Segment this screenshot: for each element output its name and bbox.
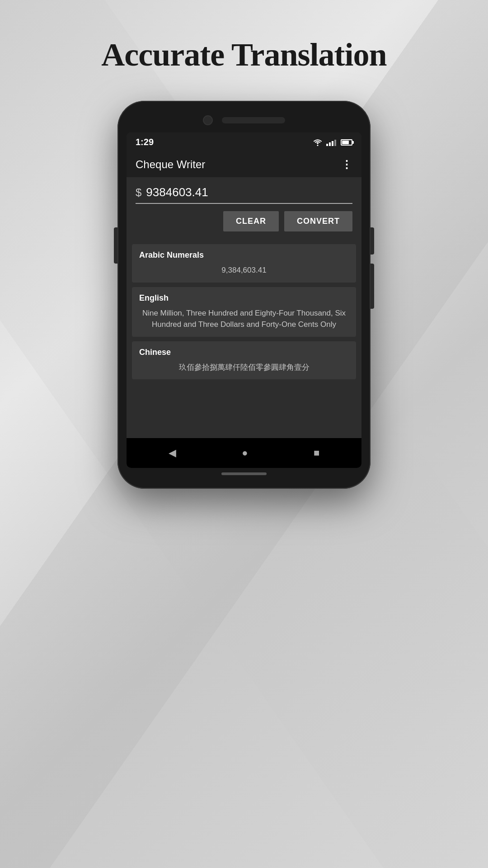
english-label: English: [139, 293, 349, 303]
action-buttons: CLEAR CONVERT: [136, 211, 352, 231]
convert-button[interactable]: CONVERT: [284, 211, 352, 231]
phone-device: 1:29: [117, 101, 371, 489]
english-section: English Nine Million, Three Hundred and …: [132, 287, 356, 337]
phone-screen: 1:29: [127, 132, 361, 468]
phone-bottom-bar: [127, 468, 361, 480]
front-camera: [203, 115, 213, 125]
wifi-icon: [313, 139, 323, 146]
chinese-label: Chinese: [139, 348, 349, 357]
chinese-section: Chinese 玖佰參拾捌萬肆仟陸佰零參圓肆角壹分: [132, 341, 356, 380]
amount-input-row: $: [136, 185, 352, 204]
recents-button[interactable]: ■: [308, 445, 325, 461]
arabic-numerals-value: 9,384,603.41: [139, 264, 349, 276]
back-button[interactable]: ◀: [163, 445, 182, 461]
page-title: Accurate Translation: [101, 36, 386, 74]
app-bar-title: Cheque Writer: [136, 158, 205, 171]
status-time: 1:29: [136, 137, 154, 147]
empty-content-area: [127, 384, 361, 438]
signal-icon: [326, 139, 336, 146]
battery-fill: [342, 141, 349, 144]
english-value: Nine Million, Three Hundred and Eighty-F…: [139, 307, 349, 330]
status-bar: 1:29: [127, 132, 361, 152]
volume-button-right: [371, 264, 374, 309]
arabic-numerals-section: Arabic Numerals 9,384,603.41: [132, 244, 356, 283]
arabic-numerals-label: Arabic Numerals: [139, 250, 349, 260]
more-options-button[interactable]: ⋮: [341, 158, 352, 171]
phone-top-bar: [127, 110, 361, 131]
amount-input[interactable]: [146, 185, 352, 199]
power-button: [371, 227, 374, 255]
bottom-nav: ◀ ● ■: [127, 438, 361, 468]
home-pill: [221, 472, 267, 475]
input-section: $ CLEAR CONVERT: [127, 177, 361, 240]
volume-button: [114, 227, 117, 264]
app-bar: Cheque Writer ⋮: [127, 152, 361, 177]
battery-icon: [341, 139, 352, 146]
chinese-value: 玖佰參拾捌萬肆仟陸佰零參圓肆角壹分: [139, 362, 349, 373]
speaker-grille: [222, 117, 285, 123]
home-button[interactable]: ●: [236, 445, 253, 461]
clear-button[interactable]: CLEAR: [223, 211, 279, 231]
currency-symbol: $: [136, 186, 141, 199]
svg-point-0: [317, 145, 319, 146]
status-icons: [313, 139, 352, 146]
